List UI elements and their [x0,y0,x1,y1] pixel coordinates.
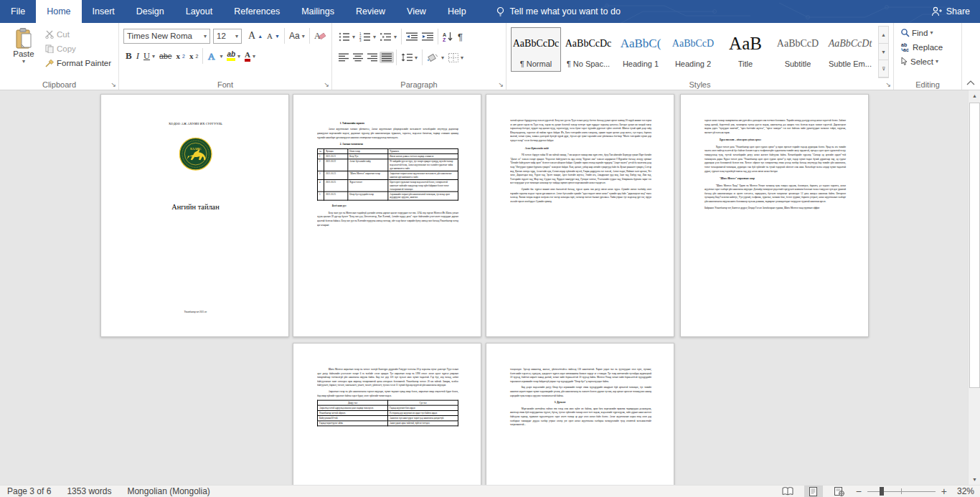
sort-button[interactable]: A Z [440,30,456,43]
paragraph-dialog-launcher[interactable]: ↘ [498,82,504,88]
vertical-scrollbar[interactable]: ▲ ▼ [968,90,980,485]
tab-layout[interactable]: Layout [175,0,224,23]
replace-button[interactable]: ab ac Replace [898,41,958,53]
increase-indent-button[interactable] [420,31,435,42]
font-dialog-launcher[interactable]: ↘ [324,82,329,88]
align-right-button[interactable] [365,52,380,63]
document-page-1[interactable]: ХӨДӨӨ АЖ АХУЙН ИХ СУРГУУЛЬ ХААИС Ангийн … [100,94,289,337]
bold-button[interactable]: B [123,49,134,63]
table-cell: Байгууламж 60-той. [317,416,387,421]
scroll-up-arrow[interactable]: ▲ [969,90,980,101]
highlight-button[interactable]: ab▾ [225,49,242,62]
web-layout-button[interactable] [830,486,849,497]
zoom-out-button[interactable]: − [856,486,862,496]
print-layout-button[interactable] [804,486,823,497]
tab-references[interactable]: References [223,0,291,23]
table-cell: "Шинэ Монгол" амралтын газар [348,171,388,179]
strikethrough-button[interactable]: abe [157,50,174,62]
align-center-button[interactable] [351,52,365,63]
font-color-button[interactable]: A▾ [242,49,258,63]
decrease-indent-button[interactable] [404,31,420,42]
style-subtitle[interactable]: AaBbCcD Subtitle [773,27,823,72]
doc-paragraph: "Шинэ Монгол Хаад" Групп нь Монгол Улсын… [705,184,846,204]
table-cell: Богд Уул [348,154,388,159]
shrink-font-button[interactable]: A▼ [265,30,282,42]
tab-file[interactable]: File [0,0,36,23]
clear-formatting-button[interactable]: A [312,29,329,42]
style-normal[interactable]: AaBbCcDc ¶ Normal [511,27,561,72]
tab-help[interactable]: Help [437,0,477,23]
style-subtle-emphasis[interactable]: AaBbCcDt Subtle Em... [825,27,875,72]
style-heading2[interactable]: AaBbCcD Heading 2 [668,27,718,72]
document-page-2[interactable]: 1. Тайлангийн зорилго Аялал жуулчлалын х… [293,94,481,337]
read-mode-button[interactable] [778,486,797,497]
line-spacing-button[interactable]: ▾ [399,52,420,63]
show-formatting-button[interactable]: ¶ [456,30,465,44]
tab-mailings[interactable]: Mailings [291,0,345,23]
web-layout-icon [834,487,844,496]
zoom-in-button[interactable]: + [941,486,947,496]
superscript-button[interactable]: x2 [187,50,200,62]
justify-button[interactable] [380,52,394,63]
subscript-button[interactable]: x2 [174,50,187,62]
bullets-button[interactable]: ▾ [336,31,357,43]
document-page-5[interactable]: Шинэ Монгол амралтын газар нь хотоос хол… [293,343,481,485]
collapse-ribbon-button[interactable] [966,78,975,87]
select-cursor-icon [900,57,908,66]
select-button[interactable]: Select ▾ [898,55,958,67]
borders-button[interactable]: ▾ [446,52,466,64]
format-painter-button[interactable]: Format Painter [43,57,113,69]
zoom-percentage[interactable]: 32% [953,486,974,496]
language-indicator[interactable]: Mongolian (Mongolia) [127,486,209,496]
table-row: Байгууламж 60-той. Ажиллах хүч ажил үүрэ… [317,416,458,421]
shading-button[interactable]: ▾ [425,52,446,64]
word-count[interactable]: 1353 words [67,486,111,496]
styles-group-label: Styles [507,80,893,89]
styles-scroll-up[interactable]: ▲ [879,27,888,44]
scroll-down-arrow[interactable]: ▼ [969,474,980,485]
underline-button[interactable]: U▾ [141,49,157,63]
document-page-6[interactable]: тооцоолдог. Эдгээр амжилтад, жилээс, үйл… [486,343,674,485]
doc-paragraph: Бид дээрх мэдээллийн дагуу Өнөр бүл асра… [510,386,651,398]
doc-paragraph: залгай өртөөг бүрдүүлэхэд нэлээн үүрэгтэ… [510,118,651,143]
styles-gallery-more[interactable]: ⊽ [879,60,888,77]
grow-font-button[interactable]: A▲ [246,29,265,43]
cut-button[interactable]: Cut [43,29,113,40]
share-button[interactable]: Share [931,0,970,23]
zoom-slider[interactable] [867,486,936,497]
clipboard-dialog-launcher[interactable]: ↘ [110,82,116,88]
zoom-slider-thumb[interactable] [880,487,884,496]
align-left-button[interactable] [336,52,351,63]
italic-button[interactable]: I [134,49,141,63]
tab-view[interactable]: View [396,0,437,23]
text-effects-button[interactable]: A ▾ [205,49,225,62]
font-size-combo[interactable]: 12 ▾ [213,29,242,44]
style-title[interactable]: AaB Title [720,27,771,72]
font-name-combo[interactable]: Times New Roma ▾ [123,29,210,44]
tab-home[interactable]: Home [36,0,81,23]
find-button[interactable]: Find ▾ [898,27,958,39]
document-canvas: ХӨДӨӨ АЖ АХУЙН ИХ СУРГУУЛЬ ХААИС Ангийн … [0,90,980,485]
numbering-button[interactable]: 1 2 3 ▾ [357,31,378,43]
copy-button[interactable]: Copy [43,43,113,55]
document-page-4[interactable]: хэрхэн аялах талаар зааварчилгаа авч үүн… [680,94,869,337]
tell-me-box[interactable]: Tell me what you want to do [496,0,621,23]
page-indicator[interactable]: Page 3 of 6 [7,486,51,496]
change-case-button[interactable]: Aa▾ [287,29,307,42]
scrollbar-thumb[interactable] [969,103,980,388]
tab-insert[interactable]: Insert [82,0,126,23]
collapse-ribbon-chevron-icon [966,80,975,85]
paste-dropdown-arrow[interactable]: ▾ [22,58,25,65]
cut-scissors-icon [45,30,55,39]
styles-scroll-down[interactable]: ▼ [879,44,888,61]
paste-button[interactable]: Paste ▾ [4,26,43,78]
multilevel-list-button[interactable]: ▾ [378,31,399,43]
doc-paragraph: Богд хаан уул нь Монголын төдийгүй дэлхи… [317,211,458,227]
style-heading1[interactable]: AaBbC( Heading 1 [616,27,666,72]
document-page-3[interactable]: залгай өртөөг бүрдүүлэхэд нэлээн үүрэгтэ… [486,94,674,337]
styles-dialog-launcher[interactable]: ↘ [885,82,891,88]
underline-arrow: ▾ [152,53,155,60]
tab-review[interactable]: Review [345,0,396,23]
style-no-spacing[interactable]: AaBbCcDc ¶ No Spac... [563,27,613,72]
tab-design[interactable]: Design [126,0,175,23]
